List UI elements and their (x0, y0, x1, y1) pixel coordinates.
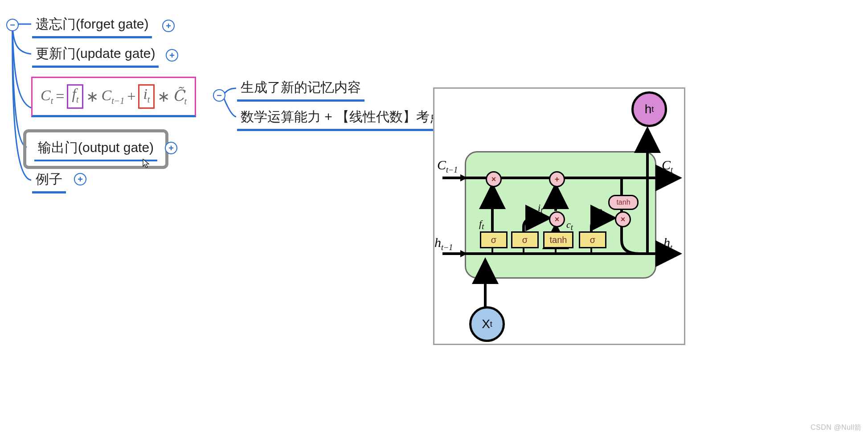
node-example[interactable]: 例子 (32, 169, 66, 193)
expand-toggle-update[interactable]: + (166, 49, 178, 62)
svg-marker-4 (460, 250, 467, 257)
node-label: 例子 (32, 169, 66, 193)
node-cell-state-formula[interactable]: Ct = ft ∗ Ct−1 + it ∗ C̃t (31, 77, 196, 117)
watermark: CSDN @Null箭 (811, 423, 862, 432)
node-label: 生成了新的记忆内容 (237, 77, 364, 102)
expand-toggle-forget[interactable]: + (162, 20, 175, 32)
label-C-t: Ct (662, 157, 673, 175)
sym-times1: ∗ (86, 87, 98, 105)
node-forget-gate[interactable]: 遗忘门(forget gate) (32, 13, 152, 38)
node-update-gate[interactable]: 更新门(update gate) (32, 43, 159, 68)
gate-sigma-output: σ (579, 231, 606, 248)
input-xt-circle: Xt (469, 306, 505, 342)
box-ft: ft (67, 84, 83, 109)
root-collapse-toggle[interactable]: − (6, 19, 19, 31)
label-C-prev: Ct−1 (437, 157, 458, 175)
node-label: 数学运算能力 + 【线性代数】考点内 (237, 106, 460, 131)
sym-plus: + (127, 88, 135, 105)
sym-Cprev: Ct−1 (101, 87, 124, 106)
gate-tanh-candidate: tanh (543, 231, 573, 248)
svg-marker-2 (460, 174, 467, 181)
label-ft: ft (479, 218, 484, 231)
label-ot: ot (598, 205, 605, 218)
gate-sigma-input: σ (511, 231, 539, 248)
expand-toggle-example[interactable]: + (74, 173, 86, 185)
sym-C: Ct (41, 87, 53, 106)
gate-sigma-forget: σ (480, 231, 508, 248)
sym-eq: = (56, 88, 64, 105)
op-mult-output: × (615, 211, 631, 227)
collapse-toggle-formula[interactable]: − (213, 89, 225, 102)
op-add-cellstate: + (549, 171, 565, 187)
node-label: 遗忘门(forget gate) (32, 13, 152, 38)
op-mult-forget: × (486, 171, 502, 187)
activation-tanh-output: tanh (608, 195, 639, 210)
sym-times2: ∗ (157, 87, 170, 105)
node-new-memory-content[interactable]: 生成了新的记忆内容 (237, 77, 364, 102)
label-ct: ct (566, 219, 573, 232)
cursor-icon (143, 159, 151, 169)
expand-toggle-output[interactable]: + (165, 142, 177, 154)
node-label: 输出门(output gate) (34, 137, 157, 161)
op-mult-input: × (549, 211, 565, 227)
node-math-linear-algebra[interactable]: 数学运算能力 + 【线性代数】考点内 (237, 106, 460, 131)
label-h-t: ht (663, 235, 672, 252)
sym-Ctilde: C̃t (172, 86, 187, 107)
formula-box: Ct = ft ∗ Ct−1 + it ∗ C̃t (31, 77, 196, 117)
label-h-prev: ht−1 (434, 235, 453, 252)
lstm-diagram-frame: ht (433, 87, 685, 345)
box-it: it (138, 84, 155, 109)
label-it: it (538, 202, 543, 215)
node-label: 更新门(update gate) (32, 43, 159, 68)
